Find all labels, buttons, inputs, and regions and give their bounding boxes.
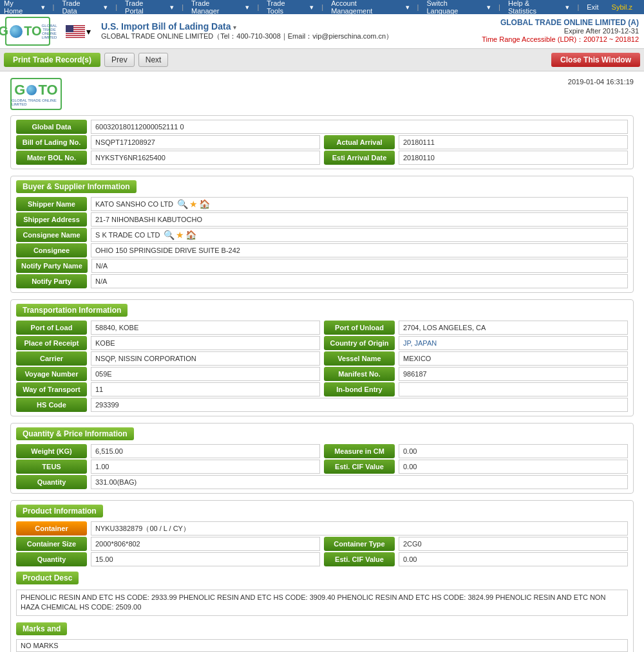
place-receipt-value: KOBE (91, 336, 320, 350)
logo-g: G (0, 24, 8, 39)
esti-cif-value: 0.00 (399, 460, 628, 474)
consignee-label: Consignee (16, 243, 87, 257)
buyer-supplier-card: Buyer & Supplier Information Shipper Nam… (10, 176, 634, 293)
container-size-value: 2000*806*802 (91, 537, 320, 551)
record-logo-sub: GLOBAL TRADE ONLINE LIMITED (12, 98, 61, 106)
hs-code-label: HS Code (16, 398, 87, 412)
nav-my-home[interactable]: My Home (4, 0, 33, 15)
global-data-card: Global Data 600320180112000052111 0 Bill… (10, 115, 634, 169)
nav-trade-manager[interactable]: Trade Manager (191, 0, 238, 15)
nav-separator8: | (577, 3, 579, 11)
notify-party-name-row: Notify Party Name N/A (16, 259, 628, 273)
logo-area: G TO GLOBAL TRADE ONLINE LIMITED (5, 17, 50, 46)
nav-switch-language[interactable]: Switch Language (426, 0, 479, 15)
main-content: G TO GLOBAL TRADE ONLINE LIMITED 2019-01… (0, 71, 644, 652)
nav-dropdown-arrow6: ▾ (406, 3, 410, 12)
consignee-star-icon[interactable]: ★ (176, 230, 184, 240)
actual-arrival-label: Actual Arrival (324, 135, 395, 149)
container-size-label: Container Size (16, 537, 87, 551)
vessel-name-label: Vessel Name (324, 351, 395, 366)
measure-cm-label: Measure in CM (324, 444, 395, 458)
buyer-supplier-header: Buyer & Supplier Information (16, 180, 137, 193)
bol-label: Bill of Lading No. (16, 135, 87, 149)
container-type-value: 2CG0 (399, 537, 628, 551)
port-load-label: Port of Load (16, 321, 87, 335)
consignee-home-icon[interactable]: 🏠 (185, 230, 196, 240)
print-button-top[interactable]: Print Trade Record(s) (4, 53, 100, 67)
nav-separator3: | (182, 3, 184, 11)
logo-subtitle: GLOBAL TRADE ONLINE LIMITED (42, 24, 57, 39)
quantity-price-card: Quantity & Price Information Weight (KG)… (10, 423, 634, 494)
country-origin-label: Country of Origin (324, 336, 395, 350)
marks-text: NO MARKS (21, 642, 59, 649)
in-bond-value (399, 382, 628, 396)
global-data-value: 600320180112000052111 0 (91, 120, 628, 134)
shipper-address-label: Shipper Address (16, 212, 87, 227)
nav-separator6: | (417, 3, 419, 11)
dropdown-arrow-flag[interactable]: ▾ (86, 26, 91, 37)
hs-code-row: HS Code 293399 (16, 398, 628, 412)
nav-trade-portal[interactable]: Trade Portal (125, 0, 162, 15)
voyage-value: 059E (91, 367, 320, 381)
close-button-top[interactable]: Close This Window (551, 53, 640, 67)
company-info: GLOBAL TRADE ONLINE LIMITED（Tel：400-710-… (101, 32, 393, 41)
shipper-home-icon[interactable]: 🏠 (199, 199, 210, 209)
product-quantity-row: Quantity 15.00 Esti. CIF Value 0.00 (16, 552, 628, 566)
product-section-header: Product Information (16, 505, 103, 517)
prev-button-top[interactable]: Prev (104, 53, 135, 67)
place-receipt-label: Place of Receipt (16, 336, 87, 350)
svg-rect-7 (66, 25, 73, 32)
container-size-row: Container Size 2000*806*802 Container Ty… (16, 537, 628, 551)
product-esti-cif-label: Esti. CIF Value (324, 552, 395, 566)
weight-label: Weight (KG) (16, 444, 87, 458)
quantity-row: Quantity 331.00(BAG) (16, 475, 628, 489)
consignee-search-icon[interactable]: 🔍 (164, 230, 175, 240)
us-flag-icon (66, 25, 85, 38)
notify-party-label: Notify Party (16, 274, 87, 288)
record-header: G TO GLOBAL TRADE ONLINE LIMITED 2019-01… (10, 78, 634, 110)
next-button-top[interactable]: Next (138, 53, 169, 67)
record-logo-inner: G TO (14, 82, 57, 98)
carrier-value: NSQP, NISSIN CORPORATION (91, 351, 320, 366)
mater-bol-row: Mater BOL No. NYKSTY6NR1625400 Esti Arri… (16, 151, 628, 165)
nav-dropdown-arrow7: ▾ (487, 3, 491, 12)
nav-help-statistics[interactable]: Help & Statistics (508, 0, 558, 15)
notify-party-name-label: Notify Party Name (16, 259, 88, 273)
nav-dropdown-arrow5: ▾ (310, 3, 314, 12)
container-value: NYKU3382879（00 / L / CY） (91, 521, 628, 536)
global-data-row: Global Data 600320180112000052111 0 (16, 120, 628, 134)
port-unload-value: 2704, LOS ANGELES, CA (399, 321, 628, 335)
esti-arrival-value: 20180110 (399, 151, 628, 165)
nav-dropdown-arrow: ▾ (41, 3, 45, 12)
esti-arrival-label: Esti Arrival Date (324, 151, 395, 165)
product-desc-box: PHENOLIC RESIN AND ETC HS CODE: 2933.99 … (16, 590, 628, 616)
manifest-label: Manifest No. (324, 367, 395, 381)
nav-dropdown-arrow8: ▾ (565, 3, 569, 12)
container-label: Container (16, 521, 87, 536)
shipper-name-value: KATO SANSHO CO LTD 🔍 ★ 🏠 (91, 197, 628, 211)
bol-value: NSQPT171208927 (91, 135, 320, 149)
nav-trade-tools[interactable]: Trade Tools (267, 0, 302, 15)
transport-header: Transportation Information (16, 304, 128, 317)
product-quantity-value: 15.00 (91, 552, 320, 566)
nav-dropdown-arrow4: ▾ (245, 3, 249, 12)
container-row: Container NYKU3382879（00 / L / CY） (16, 521, 628, 536)
hs-code-value: 293399 (91, 398, 628, 412)
nav-trade-data[interactable]: Trade Data (62, 0, 96, 15)
header-dropdown-indicator[interactable]: ▾ (233, 24, 236, 31)
record-logo: G TO GLOBAL TRADE ONLINE LIMITED (10, 78, 62, 110)
port-unload-label: Port of Unload (324, 321, 395, 335)
shipper-search-icon[interactable]: 🔍 (177, 199, 188, 209)
product-desc-header: Product Desc (16, 572, 79, 584)
shipper-address-value: 21-7 NIHONBASHI KABUTOCHO (91, 212, 628, 227)
nav-exit[interactable]: Exit (587, 3, 598, 11)
marks-header: Marks and (16, 622, 67, 635)
teus-row: TEUS 1.00 Esti. CIF Value 0.00 (16, 460, 628, 474)
esti-cif-label: Esti. CIF Value (324, 460, 395, 474)
nav-account-management[interactable]: Account Management (331, 0, 397, 15)
consignee-name-label: Consignee Name (16, 228, 87, 242)
svg-rect-6 (66, 36, 85, 37)
way-transport-value: 11 (91, 382, 320, 396)
in-bond-label: In-bond Entry (324, 382, 395, 396)
shipper-star-icon[interactable]: ★ (189, 199, 198, 209)
